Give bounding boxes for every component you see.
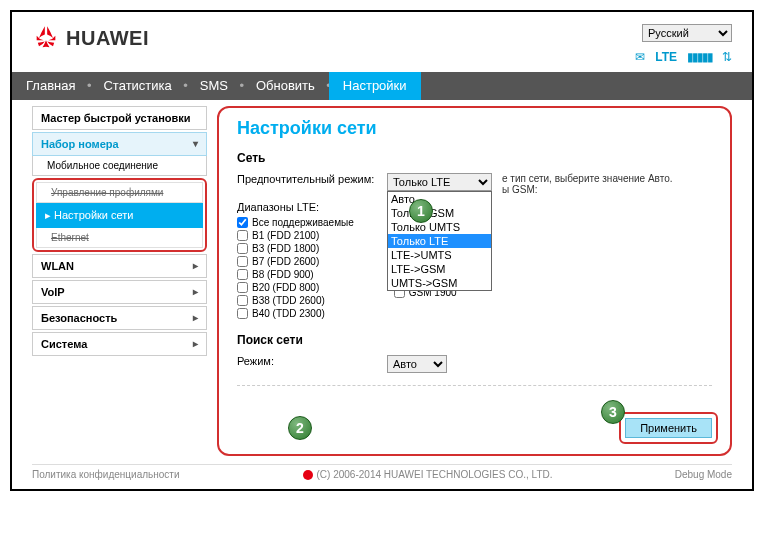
svg-point-0 — [303, 470, 313, 480]
apply-highlight: Применить — [619, 412, 718, 444]
section-network: Сеть — [237, 151, 712, 165]
opt-lte[interactable]: Только LTE — [388, 234, 491, 248]
nav-stats[interactable]: Статистика — [89, 72, 185, 100]
opt-umts-gsm[interactable]: UMTS->GSM — [388, 276, 491, 290]
sidebar-highlight: Управление профилями ▸ Настройки сети Et… — [32, 178, 207, 252]
search-mode-select[interactable]: Авто — [387, 355, 447, 373]
cb-b20[interactable]: B20 (FDD 800) — [237, 282, 354, 293]
pref-mode-dropdown[interactable]: Авто Только GSM Только UMTS Только LTE L… — [387, 191, 492, 291]
callout-2: 2 — [288, 416, 312, 440]
cb-b40[interactable]: B40 (TDD 2300) — [237, 308, 354, 319]
sidebar-profiles[interactable]: Управление профилями — [36, 182, 203, 203]
opt-auto[interactable]: Авто — [388, 192, 491, 206]
chevron-right-icon: ▸ — [193, 338, 198, 350]
chevron-down-icon: ▾ — [193, 138, 198, 150]
pref-mode-label: Предпочтительный режим: — [237, 173, 387, 185]
signal-icon: ▮▮▮▮▮ — [687, 50, 712, 64]
logo: HUAWEI — [32, 24, 149, 52]
privacy-link[interactable]: Политика конфиденциальности — [32, 469, 180, 481]
cb-b1[interactable]: B1 (FDD 2100) — [237, 230, 354, 241]
sidebar: Мастер быстрой установки Набор номера▾ М… — [32, 106, 207, 456]
nav-settings[interactable]: Настройки — [329, 72, 421, 100]
nav-home[interactable]: Главная — [12, 72, 89, 100]
search-mode-label: Режим: — [237, 355, 387, 367]
sidebar-system[interactable]: Система▸ — [32, 332, 207, 356]
sidebar-ethernet[interactable]: Ethernet — [36, 228, 203, 248]
lte-bands-column: Все поддерживаемые B1 (FDD 2100) B3 (FDD… — [237, 217, 354, 319]
sidebar-wizard[interactable]: Мастер быстрой установки — [32, 106, 207, 130]
lte-bands-label: Диапазоны LTE: — [237, 201, 387, 213]
section-search: Поиск сети — [237, 333, 712, 347]
cb-b8[interactable]: B8 (FDD 900) — [237, 269, 354, 280]
cb-b3[interactable]: B3 (FDD 1800) — [237, 243, 354, 254]
status-icons: ✉ LTE ▮▮▮▮▮ ⇅ — [635, 50, 732, 64]
cb-lte-all[interactable]: Все поддерживаемые — [237, 217, 354, 228]
sidebar-mobile[interactable]: Мобильное соединение — [32, 156, 207, 176]
sync-icon: ⇅ — [722, 50, 732, 64]
huawei-icon — [32, 24, 60, 52]
chevron-right-icon: ▸ — [193, 286, 198, 298]
sidebar-security[interactable]: Безопасность▸ — [32, 306, 207, 330]
opt-gsm[interactable]: Только GSM — [388, 206, 491, 220]
pref-mode-select[interactable]: Только LTE — [387, 173, 492, 191]
callout-1: 1 — [409, 199, 433, 223]
nav-update[interactable]: Обновить — [242, 72, 329, 100]
language-select[interactable]: Русский — [642, 24, 732, 42]
main-nav: Главная Статистика SMS Обновить Настройк… — [12, 72, 752, 100]
nav-sms[interactable]: SMS — [186, 72, 242, 100]
sidebar-dial[interactable]: Набор номера▾ — [32, 132, 207, 156]
copyright: (C) 2006-2014 HUAWEI TECHNOLOGIES CO., L… — [302, 469, 553, 481]
chevron-right-icon: ▸ — [193, 312, 198, 324]
sidebar-wlan[interactable]: WLAN▸ — [32, 254, 207, 278]
footer: Политика конфиденциальности (C) 2006-201… — [32, 464, 732, 481]
cb-b7[interactable]: B7 (FDD 2600) — [237, 256, 354, 267]
hint-text: е тип сети, выберите значение Авто.ы GSM… — [502, 173, 702, 195]
content-panel: Настройки сети Сеть Предпочтительный реж… — [217, 106, 732, 456]
footer-logo-icon — [302, 469, 314, 481]
apply-button[interactable]: Применить — [625, 418, 712, 438]
sidebar-voip[interactable]: VoIP▸ — [32, 280, 207, 304]
network-type: LTE — [655, 50, 677, 64]
cb-b38[interactable]: B38 (TDD 2600) — [237, 295, 354, 306]
sidebar-netset[interactable]: ▸ Настройки сети — [36, 203, 203, 228]
opt-lte-gsm[interactable]: LTE->GSM — [388, 262, 491, 276]
page-title: Настройки сети — [237, 118, 712, 139]
opt-umts[interactable]: Только UMTS — [388, 220, 491, 234]
logo-text: HUAWEI — [66, 27, 149, 50]
debug-link[interactable]: Debug Mode — [675, 469, 732, 481]
opt-lte-umts[interactable]: LTE->UMTS — [388, 248, 491, 262]
callout-3: 3 — [601, 400, 625, 424]
chevron-right-icon: ▸ — [193, 260, 198, 272]
mail-icon[interactable]: ✉ — [635, 50, 645, 64]
